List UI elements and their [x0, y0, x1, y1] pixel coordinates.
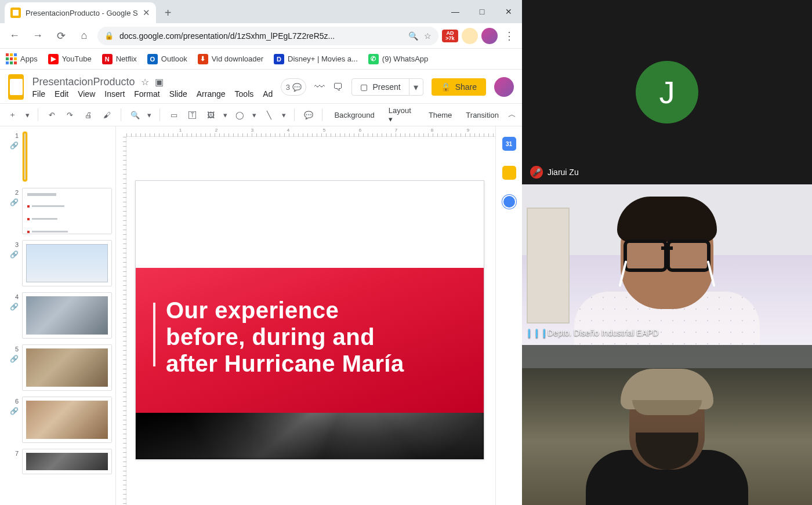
- select-tool-button[interactable]: ▭: [167, 107, 181, 122]
- window-close-button[interactable]: ✕: [495, 0, 522, 23]
- forward-button[interactable]: →: [28, 26, 48, 46]
- ruler-vertical: [116, 137, 126, 505]
- bookmark-vid-downloader[interactable]: ⬇ Vid downloader: [198, 54, 263, 64]
- redo-button[interactable]: ↷: [63, 107, 77, 122]
- slide-thumb-2[interactable]: [22, 188, 112, 234]
- slide-thumb-7[interactable]: [22, 449, 112, 474]
- chrome-profile-avatar[interactable]: [481, 28, 498, 44]
- textbox-button[interactable]: 🅃: [186, 107, 200, 122]
- menu-edit[interactable]: Edit: [55, 89, 68, 99]
- window-maximize-button[interactable]: □: [469, 0, 495, 23]
- line-dropdown-icon[interactable]: ▾: [281, 107, 287, 122]
- disney-icon: D: [274, 54, 284, 64]
- star-document-icon[interactable]: ☆: [141, 77, 149, 88]
- zoom-dropdown-icon[interactable]: ▾: [146, 107, 153, 122]
- bookmark-label: Vid downloader: [212, 55, 263, 63]
- share-label: Share: [455, 82, 477, 92]
- menu-slide[interactable]: Slide: [169, 89, 187, 99]
- video-call-panel: J 🎤 Jiarui Zu ❙❙❙ Depto. Diseño Industri…: [522, 0, 812, 505]
- theme-button[interactable]: Theme: [424, 111, 456, 119]
- slide-thumb-1[interactable]: Our experience before, during and after …: [24, 133, 26, 180]
- background-button[interactable]: Background: [329, 111, 379, 119]
- menu-format[interactable]: Format: [134, 89, 160, 99]
- menu-file[interactable]: File: [32, 89, 45, 99]
- bookmark-outlook[interactable]: O Outlook: [147, 54, 187, 64]
- menu-addons[interactable]: Ad: [263, 89, 273, 99]
- slide-title-line3: after Hurricane María: [166, 350, 404, 377]
- window-minimize-button[interactable]: —: [442, 0, 469, 23]
- slide-thumb-6[interactable]: [22, 397, 112, 443]
- back-button[interactable]: ←: [5, 26, 24, 46]
- calendar-sidepanel-icon[interactable]: 31: [502, 137, 516, 151]
- home-button[interactable]: ⌂: [74, 26, 94, 46]
- chrome-toolbar: ← → ⟳ ⌂ 🔒 docs.google.com/presentation/d…: [0, 23, 522, 49]
- new-slide-dropdown-icon[interactable]: ▾: [24, 107, 31, 122]
- reload-button[interactable]: ⟳: [51, 26, 71, 46]
- whatsapp-icon: ✆: [368, 54, 379, 64]
- address-bar[interactable]: 🔒 docs.google.com/presentation/d/1zSxhm_…: [97, 27, 438, 45]
- shape-dropdown-icon[interactable]: ▾: [252, 107, 258, 122]
- slide-thumb-4[interactable]: [22, 292, 112, 339]
- participant-tile-3[interactable]: [522, 345, 812, 506]
- slide-title-line1: Our experience: [166, 297, 404, 324]
- menu-view[interactable]: View: [78, 89, 95, 99]
- bookmark-apps[interactable]: Apps: [6, 53, 38, 64]
- extension-adblock-icon[interactable]: AD>7k: [442, 30, 458, 42]
- bookmark-label: Netflix: [116, 55, 137, 63]
- chrome-window: — □ ✕ PresentacionProducto - Google S ✕ …: [0, 0, 522, 505]
- slides-favicon-icon: [10, 8, 21, 18]
- search-in-page-icon[interactable]: 🔍: [408, 31, 418, 41]
- image-button[interactable]: 🖼: [204, 107, 217, 122]
- tasks-sidepanel-icon[interactable]: [502, 195, 516, 209]
- document-title[interactable]: PresentacionProducto: [32, 76, 135, 88]
- bookmarks-bar: Apps ▶ YouTube N Netflix O Outlook ⬇ Vid…: [0, 49, 522, 70]
- bookmark-youtube[interactable]: ▶ YouTube: [48, 54, 92, 64]
- slide-filmstrip[interactable]: 1🔗 Our experience before, during and aft…: [0, 126, 116, 505]
- participant-tile-1[interactable]: J 🎤 Jiarui Zu: [522, 0, 812, 184]
- collaborators-count-button[interactable]: 3 💬: [281, 78, 306, 96]
- layout-button[interactable]: Layout ▾: [384, 106, 419, 123]
- undo-button[interactable]: ↶: [45, 107, 59, 122]
- slide-canvas[interactable]: Our experience before, during and after …: [136, 181, 484, 459]
- participant-tile-2[interactable]: ❙❙❙ Depto. Diseño Industrial EAPD: [522, 184, 812, 345]
- chrome-menu-button[interactable]: ⋮: [501, 30, 517, 42]
- new-tab-button[interactable]: +: [160, 4, 177, 21]
- extension-2-icon[interactable]: [462, 28, 478, 44]
- share-button[interactable]: 🔒 Share: [432, 78, 486, 96]
- line-button[interactable]: ╲: [262, 107, 276, 122]
- activity-icon[interactable]: 〰: [314, 81, 325, 93]
- zoom-button[interactable]: 🔍: [128, 107, 142, 122]
- transition-button[interactable]: Transition: [461, 111, 503, 119]
- menu-insert[interactable]: Insert: [104, 89, 125, 99]
- print-button[interactable]: 🖨: [82, 107, 96, 122]
- slides-header: PresentacionProducto ☆ ▣ File Edit View …: [0, 70, 522, 100]
- account-avatar[interactable]: [494, 77, 514, 97]
- shape-button[interactable]: ◯: [233, 107, 247, 122]
- bookmark-disney[interactable]: D Disney+ | Movies a...: [274, 54, 358, 64]
- menu-arrange[interactable]: Arrange: [197, 89, 226, 99]
- move-to-folder-icon[interactable]: ▣: [155, 77, 164, 88]
- tab-close-icon[interactable]: ✕: [143, 8, 150, 18]
- slide-thumb-5[interactable]: [22, 344, 112, 391]
- bookmark-netflix[interactable]: N Netflix: [102, 54, 137, 64]
- comment-button[interactable]: 💬: [302, 107, 316, 122]
- bookmark-label: (9) WhatsApp: [382, 55, 428, 63]
- chrome-tab-active[interactable]: PresentacionProducto - Google S ✕: [5, 2, 156, 23]
- bookmark-whatsapp[interactable]: ✆ (9) WhatsApp: [368, 54, 428, 64]
- mic-muted-icon: 🎤: [530, 166, 543, 179]
- present-button[interactable]: ▢Present ▾: [351, 78, 423, 96]
- slides-logo-icon[interactable]: [8, 74, 24, 100]
- collapse-toolbar-icon[interactable]: ︿: [508, 110, 516, 120]
- slide-title-textbox[interactable]: Our experience before, during and after …: [153, 297, 461, 377]
- paint-format-button[interactable]: 🖌: [100, 107, 114, 122]
- slide-thumb-3[interactable]: [22, 240, 112, 286]
- lock-icon: 🔒: [104, 31, 114, 40]
- bookmark-star-icon[interactable]: ☆: [424, 31, 432, 41]
- participant-video-placeholder: [571, 199, 763, 344]
- menu-tools[interactable]: Tools: [235, 89, 254, 99]
- image-dropdown-icon[interactable]: ▾: [222, 107, 229, 122]
- comments-icon[interactable]: 🗨: [333, 81, 343, 93]
- present-dropdown-icon[interactable]: ▾: [409, 79, 423, 95]
- new-slide-button[interactable]: ＋: [6, 107, 20, 122]
- keep-sidepanel-icon[interactable]: [502, 166, 516, 180]
